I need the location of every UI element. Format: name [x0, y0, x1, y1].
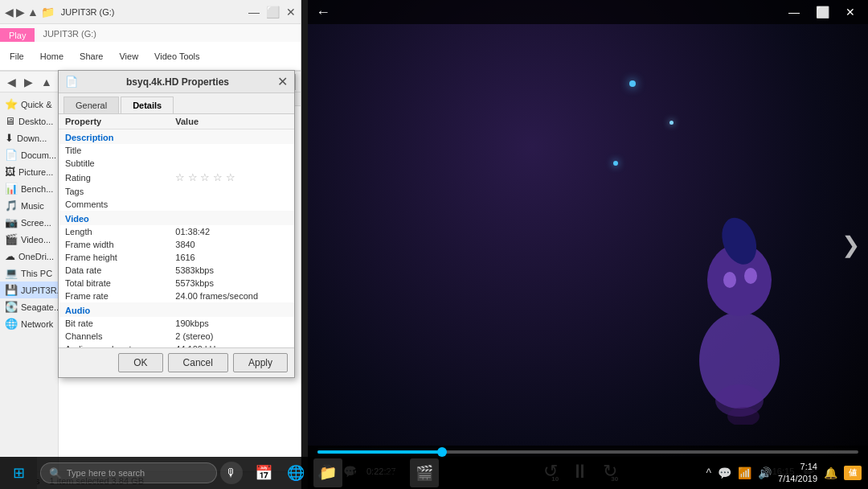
- taskbar-time[interactable]: 7:14 7/14/2019: [778, 461, 817, 486]
- forward-icon[interactable]: ▶: [16, 6, 25, 18]
- player-back-btn[interactable]: ←: [316, 4, 330, 21]
- sidebar-item-pictures[interactable]: 🖼 Picture...: [0, 163, 58, 180]
- sparkle: [613, 161, 618, 166]
- sidebar-label-jupitr: JUPIT3R...: [21, 286, 59, 295]
- sidebar-item-thispc[interactable]: 💻 This PC: [0, 265, 58, 281]
- ribbon-file[interactable]: File: [5, 50, 29, 63]
- progress-thumb[interactable]: [437, 447, 447, 457]
- prop-length-value: 01:38:42: [169, 225, 294, 238]
- taskbar-search-box[interactable]: 🔍 Type here to search: [40, 462, 217, 483]
- store-icon: 🛍: [353, 465, 367, 482]
- sidebar-item-downloads[interactable]: ⬇ Down...: [0, 129, 58, 146]
- rating-stars[interactable]: ☆ ☆ ☆ ☆ ☆: [175, 171, 235, 183]
- sidebar: ⭐ Quick & 🖥 Deskto... ⬇ Down... 📄 Docum.…: [0, 92, 59, 471]
- videos-icon: 🎬: [5, 233, 18, 245]
- prop-comments-value[interactable]: [169, 198, 294, 211]
- taskbar-notification[interactable]: 🔔: [824, 466, 837, 479]
- taskbar-chat-icon[interactable]: 💬: [718, 466, 731, 479]
- prop-title-value[interactable]: [169, 144, 294, 157]
- sidebar-item-network[interactable]: 🌐 Network: [0, 315, 58, 332]
- progress-bar[interactable]: [317, 450, 858, 454]
- folder-icon: 📁: [41, 6, 55, 18]
- sidebar-item-quickaccess[interactable]: ⭐ Quick &: [0, 96, 58, 113]
- ribbon-view[interactable]: View: [114, 50, 143, 63]
- prop-frameheight-value: 1616: [169, 251, 294, 264]
- table-row: Rating ☆ ☆ ☆ ☆ ☆: [59, 170, 294, 185]
- ribbon-tabs: Play JUPIT3R (G:): [0, 24, 301, 42]
- prop-framewidth-value: 3840: [169, 238, 294, 251]
- cancel-button[interactable]: Cancel: [168, 353, 228, 372]
- calendar-icon: 📅: [255, 464, 272, 482]
- taskbar-volume-icon[interactable]: 🔊: [758, 466, 772, 479]
- taskbar-network-icon[interactable]: 📶: [738, 466, 751, 479]
- ok-button[interactable]: OK: [118, 353, 162, 372]
- prop-bitrate-value: 190kbps: [169, 317, 294, 330]
- close-btn[interactable]: ✕: [286, 6, 296, 18]
- back-icon[interactable]: ◀: [5, 6, 14, 18]
- prop-channels-label: Channels: [59, 330, 169, 343]
- taskbar-app-explorer[interactable]: 📁: [313, 458, 342, 487]
- edge-icon: 🌐: [287, 464, 305, 482]
- ribbon-share[interactable]: Share: [75, 50, 108, 63]
- sidebar-item-music[interactable]: 🎵 Music: [0, 197, 58, 214]
- player-min-btn[interactable]: —: [784, 6, 805, 18]
- dialog-close-btn[interactable]: ✕: [277, 76, 288, 88]
- up-icon[interactable]: ▲: [27, 6, 39, 18]
- prop-rating-label: Rating: [59, 170, 169, 185]
- ribbon-home[interactable]: Home: [35, 50, 68, 63]
- prop-subtitle-value[interactable]: [169, 157, 294, 170]
- taskbar-app-edge[interactable]: 🌐: [281, 458, 310, 487]
- sidebar-label-pictures: Picture...: [18, 167, 53, 177]
- min-btn[interactable]: —: [248, 6, 260, 18]
- player-max-btn[interactable]: ⬜: [811, 6, 834, 18]
- table-row: Length 01:38:42: [59, 225, 294, 238]
- dialog-tabs: General Details: [59, 93, 294, 114]
- sidebar-item-desktop[interactable]: 🖥 Deskto...: [0, 113, 58, 129]
- table-row: Title: [59, 144, 294, 157]
- sidebar-item-documents[interactable]: 📄 Docum...: [0, 146, 58, 163]
- taskbar-app-calendar[interactable]: 📅: [249, 458, 278, 487]
- ribbon-video-tools[interactable]: Video Tools: [149, 50, 204, 63]
- video-scene: [308, 0, 868, 489]
- sidebar-label-documents: Docum...: [21, 150, 56, 160]
- nav-back[interactable]: ◀: [5, 76, 18, 88]
- network-icon: 🌐: [5, 318, 18, 330]
- progress-fill: [317, 450, 442, 454]
- tab-play[interactable]: Play: [0, 28, 35, 42]
- dialog-tab-general[interactable]: General: [63, 97, 119, 113]
- table-row: Total bitrate 5573kbps: [59, 277, 294, 290]
- sidebar-item-jupitr[interactable]: 💾 JUPIT3R...: [0, 281, 58, 298]
- apply-button[interactable]: Apply: [233, 353, 288, 372]
- nav-forward[interactable]: ▶: [22, 76, 35, 88]
- next-button[interactable]: ❯: [841, 232, 860, 258]
- prop-tags-value[interactable]: [169, 185, 294, 198]
- taskbar-arrow-icon[interactable]: ^: [706, 466, 711, 479]
- start-button[interactable]: ⊞: [0, 457, 37, 489]
- sidebar-item-onedrive[interactable]: ☁ OneDri...: [0, 248, 58, 265]
- dialog-titlebar: 📄 bsyq.4k.HD Properties ✕: [59, 71, 294, 93]
- taskbar-app-movies[interactable]: 🎬: [410, 458, 439, 487]
- screenshots-icon: 📷: [5, 216, 18, 228]
- mic-icon: 🎙: [226, 466, 237, 479]
- search-icon: 🔍: [49, 467, 62, 479]
- dialog-tab-details[interactable]: Details: [121, 97, 174, 113]
- thispc-icon: 💻: [5, 267, 18, 279]
- player-close-btn[interactable]: ✕: [841, 6, 860, 18]
- sidebar-item-bench[interactable]: 📊 Bench...: [0, 180, 58, 197]
- video-area[interactable]: ❯: [308, 0, 868, 489]
- table-row: Channels 2 (stereo): [59, 330, 294, 343]
- player-titlebar: ← — ⬜ ✕: [308, 0, 868, 24]
- titlebar-icons: ◀ ▶ ▲ 📁: [5, 6, 55, 18]
- cortana-mic[interactable]: 🎙: [220, 462, 243, 484]
- table-row: Frame width 3840: [59, 238, 294, 251]
- sidebar-item-screenshots[interactable]: 📷 Scree...: [0, 214, 58, 231]
- taskbar-app-mail[interactable]: ✉: [378, 458, 407, 487]
- sidebar-item-seagate[interactable]: 💽 Seagate...: [0, 298, 58, 315]
- max-btn[interactable]: ⬜: [266, 6, 280, 18]
- sidebar-label-quickaccess: Quick &: [21, 100, 52, 109]
- prop-rating-value[interactable]: ☆ ☆ ☆ ☆ ☆: [169, 170, 294, 185]
- sidebar-item-videos[interactable]: 🎬 Video...: [0, 231, 58, 248]
- nav-up[interactable]: ▲: [39, 76, 55, 88]
- sidebar-label-seagate: Seagate...: [21, 302, 59, 312]
- taskbar-app-store[interactable]: 🛍: [346, 458, 375, 487]
